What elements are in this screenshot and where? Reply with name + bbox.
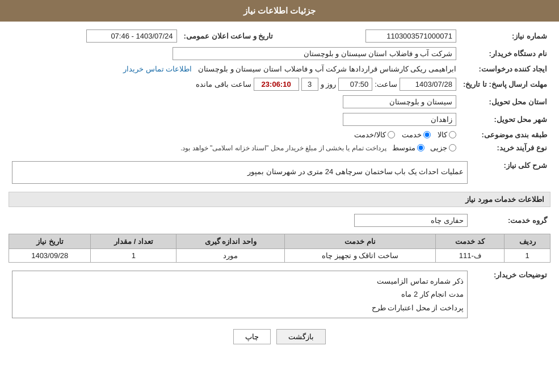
page-header: جزئیات اطلاعات نیاز bbox=[0, 0, 559, 22]
announce-datetime-label: تاریخ و ساعت اعلان عمومی: bbox=[180, 27, 277, 45]
buyer-desc-label: توضیحات خریدار: bbox=[471, 268, 550, 321]
buyer-desc-value: ذکر شماره تماس الزامیستمدت انجام کار 2 م… bbox=[372, 277, 464, 312]
services-section-title: اطلاعات خدمات مورد نیاز bbox=[9, 192, 550, 207]
need-desc-label: شرح کلی نیاز: bbox=[471, 159, 550, 186]
col-header-qty: تعداد / مقدار bbox=[91, 234, 176, 249]
purchase-type-note: پرداخت تمام یا بخشی از مبلغ خریدار محل "… bbox=[180, 144, 386, 152]
creator-value: ابراهیمی ریکی کارشناس قراردادها شرکت آب … bbox=[198, 65, 456, 73]
col-header-row: ردیف bbox=[505, 234, 550, 249]
deadline-label: مهلت ارسال پاسخ: تا تاریخ: bbox=[460, 75, 550, 93]
category-kala[interactable]: کالا bbox=[438, 130, 456, 139]
table-row: 1ف-111ساخت اتاقک و تجهیز چاهمورد11403/09… bbox=[9, 249, 550, 263]
city-label: شهر محل تحویل: bbox=[460, 111, 550, 128]
remain-label: ساعت باقی مانده bbox=[196, 80, 251, 88]
cell-row: 1 bbox=[505, 249, 550, 263]
need-number-value: 1103003571000071 bbox=[365, 29, 456, 43]
purchase-type-motavasset[interactable]: متوسط bbox=[392, 144, 424, 152]
col-header-date: تاریخ نیاز bbox=[9, 234, 91, 249]
province-label: استان محل تحویل: bbox=[460, 93, 550, 111]
deadline-time-label: ساعت: bbox=[375, 80, 397, 88]
category-kala-khedmat[interactable]: کالا/خدمت bbox=[354, 130, 395, 139]
purchase-type-jozi[interactable]: جزیی bbox=[430, 144, 456, 152]
service-group-label: گروه خدمت: bbox=[471, 212, 550, 229]
back-button[interactable]: بازگشت bbox=[276, 329, 326, 344]
category-label: طبقه بندی موضوعی: bbox=[460, 128, 550, 141]
deadline-time: 07:50 bbox=[338, 78, 372, 91]
province-value: سیستان و بلوچستان bbox=[343, 95, 456, 108]
contact-link[interactable]: اطلاعات تماس خریدار bbox=[123, 65, 192, 73]
cell-qty: 1 bbox=[91, 249, 176, 263]
deadline-days-label: روز و bbox=[321, 80, 337, 88]
creator-label: ایجاد کننده درخواست: bbox=[460, 62, 550, 75]
col-header-unit: واحد اندازه گیری bbox=[176, 234, 284, 249]
cell-unit: مورد bbox=[176, 249, 284, 263]
col-header-code: کد خدمت bbox=[436, 234, 505, 249]
buyer-org-value: شرکت آب و فاضلاب استان سیستان و بلوچستان bbox=[173, 47, 456, 60]
category-khedmat[interactable]: خدمت bbox=[402, 130, 431, 139]
deadline-days: 3 bbox=[301, 78, 318, 91]
city-value: زاهدان bbox=[343, 113, 456, 126]
need-desc-value: عملیات احداث یک باب ساختمان سرچاهی 24 مت… bbox=[247, 167, 464, 176]
cell-code: ف-111 bbox=[436, 249, 505, 263]
announce-datetime-value: 1403/07/24 - 07:46 bbox=[86, 29, 177, 43]
print-button[interactable]: چاپ bbox=[233, 329, 271, 344]
cell-name: ساخت اتاقک و تجهیز چاه bbox=[284, 249, 435, 263]
service-group-value: حفاری چاه bbox=[354, 214, 468, 227]
purchase-type-label: نوع فرآیند خرید: bbox=[460, 141, 550, 154]
cell-date: 1403/09/28 bbox=[9, 249, 91, 263]
button-row: بازگشت چاپ bbox=[9, 329, 550, 344]
need-number-label: شماره نیاز: bbox=[460, 27, 550, 45]
deadline-date: 1403/07/28 bbox=[400, 78, 456, 91]
page-title: جزئیات اطلاعات نیاز bbox=[243, 6, 316, 15]
remain-time: 23:06:10 bbox=[254, 78, 299, 91]
col-header-name: نام خدمت bbox=[284, 234, 435, 249]
need-desc-box: عملیات احداث یک باب ساختمان سرچاهی 24 مت… bbox=[12, 161, 468, 184]
buyer-desc-box: ذکر شماره تماس الزامیستمدت انجام کار 2 م… bbox=[12, 271, 468, 318]
buyer-org-label: نام دستگاه خریدار: bbox=[460, 45, 550, 62]
